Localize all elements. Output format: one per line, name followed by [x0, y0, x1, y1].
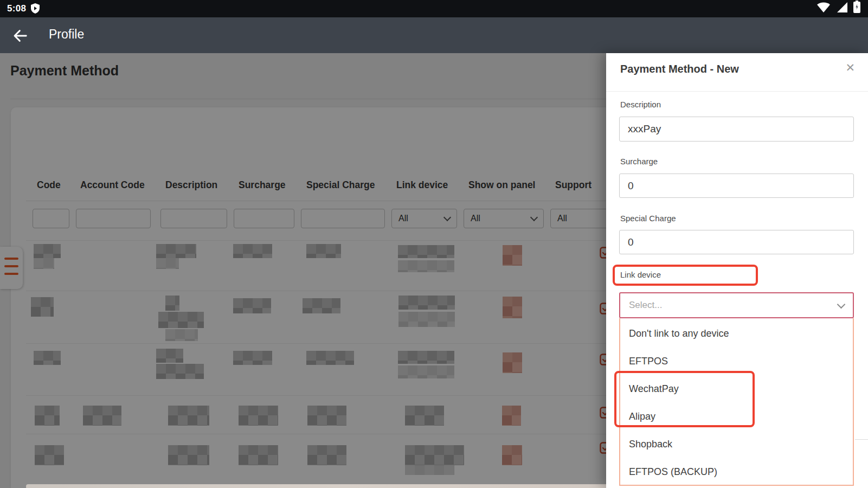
divider	[855, 439, 868, 440]
surcharge-label: Surcharge	[620, 157, 658, 166]
special-charge-input[interactable]	[619, 230, 854, 254]
status-icons	[816, 3, 860, 15]
wifi-icon	[816, 2, 831, 15]
back-button[interactable]	[12, 28, 28, 44]
annotation-highlight-wechatpay-alipay	[614, 371, 755, 427]
chevron-down-icon	[837, 300, 846, 309]
surcharge-input[interactable]	[619, 174, 854, 198]
special-charge-label: Special Charge	[620, 214, 676, 223]
description-label: Description	[620, 100, 661, 109]
screen: 5:08 Profile Payment Method	[0, 0, 868, 488]
battery-charging-icon	[853, 1, 860, 15]
description-input[interactable]	[619, 117, 854, 142]
clock: 5:08	[7, 3, 26, 14]
app-bar-title: Profile	[49, 27, 84, 42]
signal-icon	[835, 2, 848, 15]
dropdown-option-shopback[interactable]: Shopback	[620, 431, 853, 458]
dropdown-option-dont-link[interactable]: Don't link to any device	[620, 320, 853, 348]
payment-method-new-panel: Payment Method - New ✕ Description Surch…	[606, 53, 868, 488]
annotation-highlight-link-device	[613, 265, 758, 286]
close-icon[interactable]: ✕	[845, 62, 855, 73]
panel-title: Payment Method - New	[620, 63, 739, 75]
link-device-select-placeholder: Select...	[629, 300, 662, 311]
link-device-select[interactable]: Select...	[619, 292, 854, 318]
status-bar: 5:08	[0, 0, 868, 17]
divider	[606, 91, 868, 92]
dropdown-option-eftpos-backup[interactable]: EFTPOS (BACKUP)	[620, 458, 853, 486]
app-bar: Profile	[0, 17, 868, 53]
privacy-shield-icon	[31, 3, 40, 16]
